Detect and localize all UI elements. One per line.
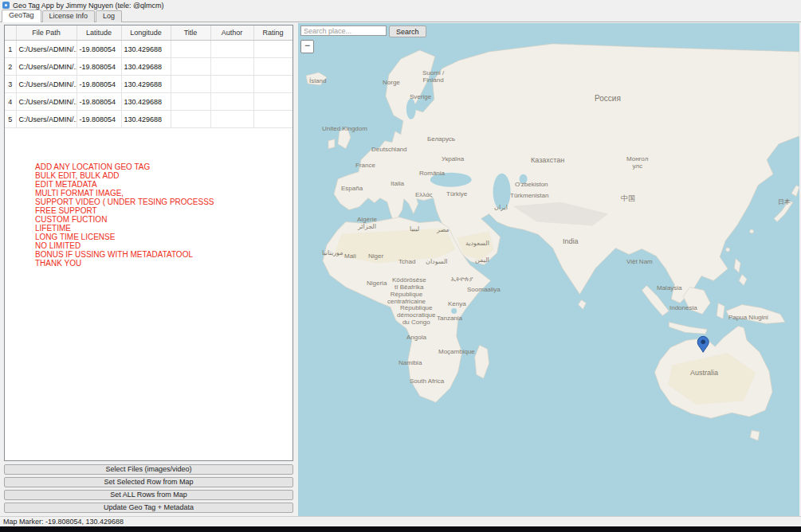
promo-line: LONG TIME LICENSE xyxy=(35,233,214,241)
promo-line: THANK YOU xyxy=(35,259,214,268)
table-cell[interactable]: 130.429688 xyxy=(121,111,171,128)
island-great-britain xyxy=(338,128,351,149)
table-cell[interactable] xyxy=(171,93,210,111)
table-cell[interactable]: 130.429688 xyxy=(121,93,171,111)
promo-line: ADD ANY LOCATION GEO TAG xyxy=(35,162,214,171)
island-ireland xyxy=(328,139,335,149)
table-cell[interactable]: C:/Users/ADMIN/... xyxy=(16,93,77,111)
table-cell[interactable]: -19.808054 xyxy=(77,76,121,93)
zoom-out-button[interactable]: − xyxy=(300,40,314,53)
set-selected-row-button[interactable]: Set Selected Row from Map xyxy=(4,477,293,487)
row-number-cell[interactable]: 5 xyxy=(5,111,16,128)
status-bar: Map Marker: -19.808054, 130.429688 xyxy=(0,516,801,526)
black-sea xyxy=(430,173,472,187)
search-input[interactable] xyxy=(300,25,387,36)
island-tasmania xyxy=(750,430,760,440)
promo-line: BULK EDIT, BULK ADD xyxy=(35,171,214,180)
island-japan xyxy=(774,186,799,222)
island-sulawesi xyxy=(717,303,724,319)
col-latitude[interactable]: Latitude xyxy=(77,25,121,41)
promo-line: EDIT METADATA xyxy=(35,180,214,189)
table-row[interactable]: 5C:/Users/ADMIN/...-19.808054130.429688 xyxy=(5,111,293,128)
table-cell[interactable] xyxy=(253,111,293,128)
island-borneo xyxy=(683,287,710,314)
map-view[interactable]: ÍslandNorgeSuomi / FinlandSverigeРоссияU… xyxy=(298,23,799,516)
table-cell[interactable] xyxy=(253,76,293,93)
table-row[interactable]: 3C:/Users/ADMIN/...-19.808054130.429688 xyxy=(5,76,293,93)
promo-text: ADD ANY LOCATION GEO TAGBULK EDIT, BULK … xyxy=(35,162,214,268)
tab-geotag[interactable]: GeoTag xyxy=(2,10,41,22)
table-row[interactable]: 1C:/Users/ADMIN/...-19.808054130.429688 xyxy=(5,41,293,58)
row-number-cell[interactable]: 4 xyxy=(5,93,16,111)
map-marker-status: Map Marker: -19.808054, 130.429688 xyxy=(3,518,124,526)
table-row[interactable]: 4C:/Users/ADMIN/...-19.808054130.429688 xyxy=(5,93,293,111)
col-longitude[interactable]: Longitude xyxy=(121,25,171,41)
row-number-cell[interactable]: 1 xyxy=(5,41,16,58)
table-cell[interactable] xyxy=(253,93,293,111)
table-cell[interactable] xyxy=(210,93,253,111)
promo-line: MULTI FORMAT IMAGE, xyxy=(35,189,214,198)
file-table[interactable]: File Path Latitude Longitude Title Autho… xyxy=(4,25,293,461)
corner-header xyxy=(5,25,16,41)
tab-license-info[interactable]: License Info xyxy=(42,10,96,22)
table-cell[interactable] xyxy=(171,76,210,93)
table-cell[interactable]: -19.808054 xyxy=(77,58,121,76)
promo-line: CUSTOM FUCTION xyxy=(35,215,214,224)
caspian-sea xyxy=(493,174,511,210)
tab-log[interactable]: Log xyxy=(96,10,122,22)
island-philippines xyxy=(734,259,747,286)
update-geotag-button[interactable]: Update Geo Tag + Metadata xyxy=(4,503,293,513)
promo-line: NO LIMITED xyxy=(35,241,214,250)
island-new-guinea xyxy=(726,304,785,323)
aral-sea xyxy=(520,174,528,184)
col-author[interactable]: Author xyxy=(210,25,253,41)
table-cell[interactable] xyxy=(171,41,210,58)
select-files-button[interactable]: Select Files (images/video) xyxy=(4,464,293,475)
button-column: Select Files (images/video) Set Selected… xyxy=(4,464,293,515)
world-map xyxy=(298,23,799,516)
table-cell[interactable]: -19.808054 xyxy=(77,93,121,111)
table-cell[interactable] xyxy=(171,111,210,128)
geotag-pane: File Path Latitude Longitude Title Autho… xyxy=(0,22,801,516)
island-iceland xyxy=(306,72,327,85)
table-cell[interactable]: -19.808054 xyxy=(77,41,121,58)
col-rating[interactable]: Rating xyxy=(253,25,293,41)
table-cell[interactable] xyxy=(210,41,253,58)
window-title: Geo Tag App by Jimmy Nguyen (tele: @qlmc… xyxy=(13,2,164,10)
table-cell[interactable]: C:/Users/ADMIN/... xyxy=(16,76,77,93)
set-all-rows-button[interactable]: Set ALL Rows from Map xyxy=(4,490,293,500)
table-cell[interactable] xyxy=(210,76,253,93)
table-body: 1C:/Users/ADMIN/...-19.808054130.4296882… xyxy=(5,41,293,128)
table-cell[interactable]: C:/Users/ADMIN/... xyxy=(16,111,77,128)
table-header: File Path Latitude Longitude Title Autho… xyxy=(5,25,293,41)
promo-line: BONUS IF USSING WITH METADATATOOL xyxy=(35,250,214,259)
col-title[interactable]: Title xyxy=(171,25,210,41)
table-cell[interactable]: 130.429688 xyxy=(121,41,171,58)
promo-line: SUPPORT VIDEO ( UNDER TESING PROCESSS xyxy=(35,198,214,206)
col-file-path[interactable]: File Path xyxy=(16,25,77,41)
table-cell[interactable]: -19.808054 xyxy=(77,111,121,128)
table-cell[interactable]: 130.429688 xyxy=(121,58,171,76)
row-number-cell[interactable]: 2 xyxy=(5,58,16,76)
taskbar-strip xyxy=(0,526,801,532)
table-cell[interactable] xyxy=(253,58,293,76)
table-cell[interactable] xyxy=(171,58,210,76)
promo-line: FREE SUPPORT xyxy=(35,206,214,215)
table-cell[interactable] xyxy=(210,58,253,76)
island-madagascar xyxy=(475,345,489,378)
row-number-cell[interactable]: 3 xyxy=(5,76,16,93)
table-cell[interactable]: C:/Users/ADMIN/... xyxy=(16,58,77,76)
baltic-sea xyxy=(406,99,416,119)
table-cell[interactable] xyxy=(210,111,253,128)
island-taiwan xyxy=(750,229,754,233)
island-sri-lanka xyxy=(578,299,586,309)
titlebar: Geo Tag App by Jimmy Nguyen (tele: @qlmc… xyxy=(0,0,801,10)
table-cell[interactable]: C:/Users/ADMIN/... xyxy=(16,41,77,58)
table-cell[interactable] xyxy=(253,41,293,58)
table-cell[interactable]: 130.429688 xyxy=(121,76,171,93)
island-java xyxy=(669,322,707,334)
table-row[interactable]: 2C:/Users/ADMIN/...-19.808054130.429688 xyxy=(5,58,293,76)
search-button[interactable]: Search xyxy=(389,25,426,37)
lake-victoria xyxy=(451,308,457,314)
app-icon xyxy=(2,2,10,9)
